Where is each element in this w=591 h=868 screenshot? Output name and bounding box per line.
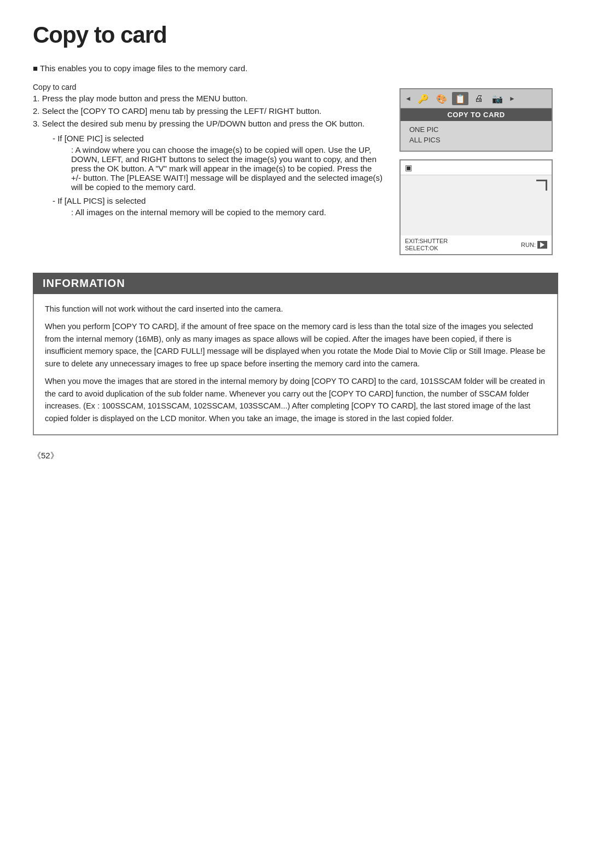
- preview-corner-bracket: [536, 180, 547, 191]
- info-para-2: When you perform [COPY TO CARD], if the …: [45, 320, 546, 370]
- right-column: ◄ 🔑 🎨 📋 🖨 📷 ► COPY TO CARD ONE PIC ALL P…: [399, 88, 558, 255]
- cam-icon-print: 🖨: [471, 92, 487, 105]
- cam-icon-settings: 📷: [489, 92, 506, 105]
- step-2: 2. Select the [COPY TO CARD] menu tab by…: [33, 106, 383, 116]
- copy-to-card-label: Copy to card: [33, 83, 383, 91]
- menu-option-one-pic: ONE PIC: [409, 124, 543, 135]
- run-icon-arrow: [540, 242, 544, 248]
- cam-icon-lock: 🔑: [415, 92, 431, 105]
- camera-preview-ui: ▣ EXIT:SHUTTER SELECT:OK RUN:: [399, 159, 553, 255]
- info-box: This function will not work without the …: [33, 294, 558, 435]
- step-3: 3. Select the desired sub menu by pressi…: [33, 119, 383, 128]
- step-1: 1. Press the play mode button and press …: [33, 94, 383, 103]
- intro-text: ■ This enables you to copy image files t…: [33, 64, 558, 73]
- page-number: 《52》: [33, 451, 558, 461]
- camera-menu-ui: ◄ 🔑 🎨 📋 🖨 📷 ► COPY TO CARD ONE PIC ALL P…: [399, 88, 553, 152]
- preview-play-icon: ▣: [405, 163, 412, 172]
- nav-left-icon: ◄: [404, 95, 413, 102]
- camera-icons-row: ◄ 🔑 🎨 📋 🖨 📷 ►: [401, 89, 552, 108]
- info-section: INFORMATION This function will not work …: [33, 273, 558, 435]
- preview-bottom-labels: EXIT:SHUTTER SELECT:OK RUN:: [401, 235, 552, 254]
- camera-menu-options: ONE PIC ALL PICS: [401, 121, 552, 151]
- cam-icon-menu: 🎨: [433, 92, 450, 105]
- all-pics-description: : All images on the internal memory will…: [33, 208, 383, 217]
- run-icon: [537, 241, 547, 249]
- run-text: RUN:: [521, 242, 536, 248]
- camera-menu-header: COPY TO CARD: [401, 108, 552, 121]
- page-title: Copy to card: [33, 22, 558, 48]
- select-label: SELECT:OK: [405, 245, 448, 251]
- exit-label: EXIT:SHUTTER: [405, 238, 448, 244]
- info-para-1: This function will not work without the …: [45, 303, 546, 315]
- left-column: Copy to card 1. Press the play mode butt…: [33, 83, 383, 219]
- info-para-3: When you move the images that are stored…: [45, 375, 546, 424]
- main-content: Copy to card 1. Press the play mode butt…: [33, 83, 558, 255]
- cam-icon-copy-selected: 📋: [452, 92, 468, 105]
- menu-option-all-pics: ALL PICS: [409, 135, 543, 145]
- preview-run: RUN:: [521, 241, 547, 249]
- preview-main: [401, 175, 552, 235]
- nav-right-icon: ►: [508, 95, 517, 102]
- if-one-pic-label: - If [ONE PIC] is selected: [33, 134, 383, 143]
- preview-top-bar: ▣: [401, 160, 552, 175]
- info-header: INFORMATION: [33, 273, 558, 294]
- one-pic-description: : A window where you can choose the imag…: [33, 145, 383, 192]
- steps-list: 1. Press the play mode button and press …: [33, 94, 383, 128]
- if-all-pics-label: - If [ALL PICS] is selected: [33, 196, 383, 205]
- preview-left-labels: EXIT:SHUTTER SELECT:OK: [405, 238, 448, 251]
